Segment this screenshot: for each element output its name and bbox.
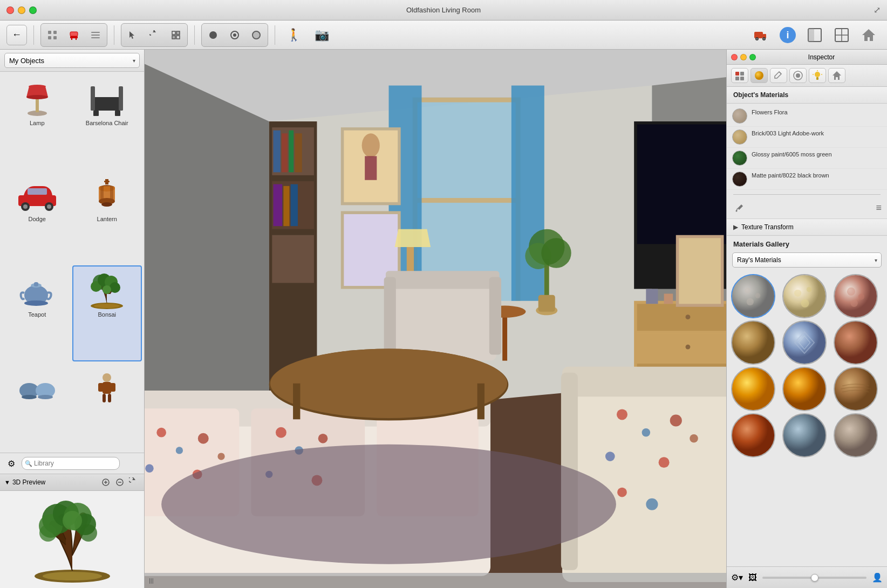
info-btn[interactable]: i xyxy=(776,25,800,45)
svg-rect-150 xyxy=(384,277,396,354)
inspector-bottom-person-btn[interactable]: 👤 xyxy=(872,572,883,583)
toolbar-list-btn[interactable] xyxy=(85,25,106,45)
materials-gallery-section: Materials Gallery Ray's MaterialsStandar… xyxy=(727,236,887,460)
material-item-flowers-flora[interactable]: Flowers Flora xyxy=(727,106,887,127)
inspector-tab-light[interactable] xyxy=(809,68,826,83)
gallery-swatch-9[interactable] xyxy=(834,367,878,411)
inspector-tab-render[interactable] xyxy=(789,68,807,83)
inspector-tab-objects[interactable] xyxy=(731,68,748,83)
gallery-swatch-10[interactable] xyxy=(731,413,775,457)
texture-btn[interactable] xyxy=(246,25,267,45)
camera-btn[interactable]: 📷 xyxy=(310,25,333,45)
material-item-glossy[interactable]: Glossy paint/6005 moss green xyxy=(727,148,887,169)
svg-point-70 xyxy=(110,282,120,293)
home-btn[interactable] xyxy=(857,25,881,45)
object-item-vase[interactable] xyxy=(2,361,72,451)
inspector-maximize-btn[interactable] xyxy=(749,54,756,60)
svg-point-177 xyxy=(690,434,698,443)
inspector-minimize-btn[interactable] xyxy=(740,54,747,60)
object-item-lamp[interactable]: Lamp xyxy=(2,74,72,170)
object-item-dodge[interactable]: Dodge xyxy=(2,170,72,266)
layout-btn[interactable] xyxy=(803,25,827,45)
inspector-tab-home[interactable] xyxy=(828,68,845,83)
gallery-swatch-8[interactable] xyxy=(782,367,827,411)
svg-point-39 xyxy=(26,95,48,99)
svg-point-212 xyxy=(801,299,809,307)
library-search-input[interactable] xyxy=(22,457,120,470)
object-thumb-car xyxy=(13,175,62,216)
gallery-swatch-1[interactable] xyxy=(731,274,775,318)
wireframe-btn[interactable] xyxy=(203,25,223,45)
toolbar-objects-btn[interactable] xyxy=(42,25,63,45)
gallery-swatch-6[interactable] xyxy=(834,320,878,365)
svg-rect-1 xyxy=(48,36,51,39)
svg-point-175 xyxy=(605,452,615,461)
preview-header: ▼ 3D Preview xyxy=(0,474,144,491)
object-item-bonsai[interactable]: Bonsai xyxy=(72,265,142,361)
gallery-swatch-3[interactable] xyxy=(834,274,878,318)
minimize-button[interactable] xyxy=(18,6,25,14)
svg-rect-44 xyxy=(93,111,99,116)
resize-icon[interactable]: ⤢ xyxy=(874,5,881,15)
svg-rect-13 xyxy=(172,31,175,35)
svg-point-27 xyxy=(763,38,765,39)
inspector-menu-btn[interactable]: ≡ xyxy=(876,202,882,214)
svg-rect-22 xyxy=(754,32,763,38)
rotate-tool-btn[interactable] xyxy=(144,25,165,45)
inspector-bottom-gear-btn[interactable]: ⚙▾ xyxy=(731,572,743,583)
preview-zoom-in-btn[interactable] xyxy=(100,476,112,488)
inspector-bottom-photo-btn[interactable]: 🖼 xyxy=(748,573,757,583)
svg-marker-12 xyxy=(153,30,156,32)
preview-controls xyxy=(100,476,140,488)
gallery-swatch-7[interactable] xyxy=(731,367,775,411)
object-item-barselona-chair[interactable]: Barselona Chair xyxy=(72,74,142,170)
svg-rect-142 xyxy=(538,295,555,312)
material-item-matte[interactable]: Matte paint/8022 black brown xyxy=(727,169,887,190)
truck-btn[interactable] xyxy=(749,25,773,45)
gallery-swatch-11[interactable] xyxy=(782,413,827,457)
viewport-bar: ||| xyxy=(145,573,726,588)
svg-point-223 xyxy=(783,368,825,410)
svg-rect-149 xyxy=(386,271,500,289)
gallery-dropdown[interactable]: Ray's MaterialsStandard MaterialsCustom xyxy=(732,252,882,268)
objects-gear-btn[interactable]: ⚙ xyxy=(4,456,18,470)
texture-transform-section[interactable]: ▶ Texture Transform xyxy=(727,219,887,236)
cursor-tool-btn[interactable] xyxy=(122,25,143,45)
preview-zoom-out-btn[interactable] xyxy=(114,476,126,488)
inspector-slider-thumb[interactable] xyxy=(811,574,818,582)
solid-btn[interactable] xyxy=(224,25,245,45)
preview-reset-btn[interactable] xyxy=(128,476,140,488)
texture-transform-toggle[interactable]: ▶ xyxy=(733,223,738,231)
gallery-swatch-12[interactable] xyxy=(834,413,878,457)
material-item-brick[interactable]: Brick/003 Light Adobe-work xyxy=(727,127,887,148)
svg-point-216 xyxy=(850,300,857,307)
inspector-tab-materials[interactable] xyxy=(750,68,768,83)
toolbar-chair-btn[interactable] xyxy=(64,25,84,45)
svg-rect-187 xyxy=(646,289,658,304)
object-item-teapot[interactable]: Teapot xyxy=(2,265,72,361)
object-item-figure[interactable] xyxy=(72,361,142,451)
svg-rect-198 xyxy=(816,77,818,80)
maximize-button[interactable] xyxy=(29,6,37,14)
object-thumb-bonsai xyxy=(83,271,131,311)
close-button[interactable] xyxy=(6,6,14,14)
eyedropper-tool-btn[interactable] xyxy=(732,200,747,215)
svg-rect-5 xyxy=(70,36,78,38)
view2d-btn[interactable] xyxy=(830,25,854,45)
gallery-swatch-2[interactable] xyxy=(782,274,827,318)
svg-point-196 xyxy=(796,73,800,78)
gallery-swatch-5[interactable] xyxy=(782,320,827,365)
gallery-swatch-4[interactable] xyxy=(731,320,775,365)
inspector-close-btn[interactable] xyxy=(731,54,738,60)
walk-mode-btn[interactable]: 🚶 xyxy=(282,25,305,45)
viewport[interactable]: ||| xyxy=(145,50,726,588)
back-button[interactable]: ← xyxy=(6,25,27,45)
select-tool-btn[interactable] xyxy=(166,25,186,45)
preview-toggle-btn[interactable]: ▼ xyxy=(4,479,10,486)
svg-rect-151 xyxy=(489,277,501,354)
object-item-lantern[interactable]: Lantern xyxy=(72,170,142,266)
svg-point-225 xyxy=(732,414,774,456)
objects-dropdown[interactable]: My ObjectsAll ObjectsFavorites xyxy=(4,53,140,68)
inspector-panel: Inspector xyxy=(726,50,887,588)
inspector-tab-edit[interactable] xyxy=(770,68,787,83)
